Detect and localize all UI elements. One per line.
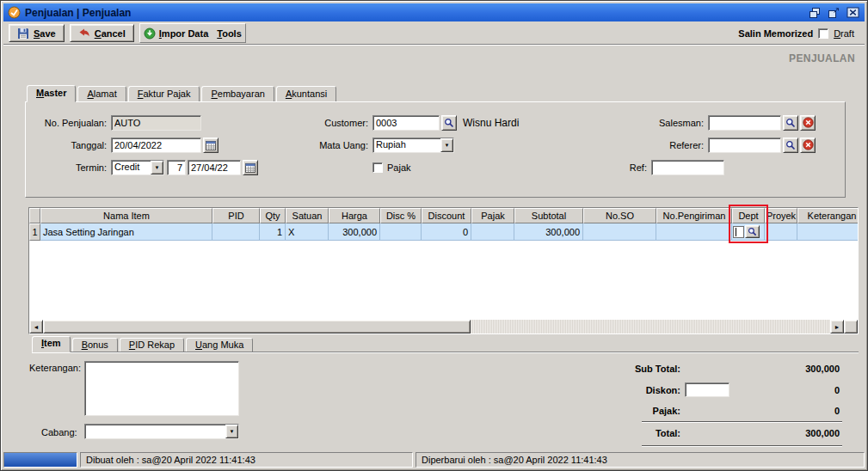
tools-button[interactable]: Tools <box>217 28 242 39</box>
col-header-satuan[interactable]: Satuan <box>286 208 329 223</box>
col-header-keterangan[interactable]: Keterangan <box>797 208 859 223</box>
cabang-select-value <box>85 425 225 438</box>
salin-memorized-button[interactable]: Salin Memorized <box>738 28 813 39</box>
cell-proyek[interactable] <box>765 223 797 241</box>
lower-tabstrip: Item Bonus PID Rekap Uang Muka <box>32 336 859 352</box>
mata-uang-label: Mata Uang: <box>311 140 368 150</box>
referer-field[interactable] <box>708 138 781 153</box>
cabang-label: Cabang: <box>41 427 77 437</box>
tab-faktur-pajak[interactable]: Faktur Pajak <box>128 86 200 101</box>
col-header-no-so[interactable]: No.SO <box>583 208 656 223</box>
termin-days-field[interactable] <box>167 160 186 175</box>
pajak-checkbox[interactable] <box>372 162 383 173</box>
text-caret <box>736 228 736 236</box>
pajak-total-label: Pajak: <box>594 406 680 416</box>
col-header-harga[interactable]: Harga <box>329 208 380 223</box>
cell-no-so[interactable] <box>583 223 656 241</box>
diskon-label: Diskon: <box>594 385 680 395</box>
magnifier-icon <box>785 118 796 128</box>
mata-uang-select[interactable]: Rupiah ▼ <box>372 138 454 153</box>
cell-qty[interactable]: 1 <box>260 223 286 241</box>
tanggal-field[interactable] <box>111 138 201 153</box>
customer-lookup-button[interactable] <box>441 115 457 131</box>
total-value: 300,000 <box>736 428 840 438</box>
dept-input[interactable] <box>733 226 744 238</box>
salesman-lookup-button[interactable] <box>783 115 798 131</box>
ref-label: Ref: <box>563 162 647 173</box>
cell-discount[interactable]: 0 <box>422 223 471 241</box>
tab-pid-rekap[interactable]: PID Rekap <box>120 338 184 352</box>
tab-akuntansi[interactable]: Akuntansi <box>276 86 336 101</box>
scrollbar-track[interactable] <box>471 320 830 333</box>
col-header-disc-pct[interactable]: Disc % <box>380 208 422 223</box>
cell-disc-pct[interactable] <box>380 223 422 241</box>
grid-empty-area[interactable] <box>29 241 858 320</box>
diskon-input[interactable] <box>685 382 729 397</box>
referer-lookup-button[interactable] <box>783 138 798 153</box>
cell-keterangan[interactable] <box>797 223 859 241</box>
col-header-qty[interactable]: Qty <box>260 208 286 223</box>
referer-clear-button[interactable] <box>800 138 816 153</box>
cell-subtotal[interactable]: 300,000 <box>514 223 583 241</box>
customer-name-text: Wisnu Hardi <box>463 117 519 129</box>
cell-pajak[interactable] <box>471 223 514 241</box>
toolbar-group: Impor Data Tools <box>139 23 246 43</box>
tab-bonus[interactable]: Bonus <box>72 338 118 352</box>
col-header-rownum[interactable] <box>29 208 40 223</box>
window-restore-icon[interactable] <box>807 6 822 19</box>
cell-dept[interactable] <box>732 223 765 241</box>
totals-separator <box>642 421 842 422</box>
scroll-left-icon[interactable]: ◄ <box>29 320 43 333</box>
termin-due-field[interactable] <box>188 160 241 175</box>
horizontal-scrollbar[interactable]: ◄ ► <box>29 320 858 333</box>
col-header-pid[interactable]: PID <box>212 208 260 223</box>
col-header-dept[interactable]: Dept <box>732 208 765 223</box>
window-close-icon[interactable] <box>845 6 860 19</box>
col-header-nama-item[interactable]: Nama Item <box>40 208 212 223</box>
col-header-no-pengiriman[interactable]: No.Pengiriman <box>656 208 732 223</box>
keterangan-textarea[interactable] <box>84 361 239 416</box>
ref-field[interactable] <box>651 160 724 175</box>
cell-harga[interactable]: 300,000 <box>329 223 380 241</box>
grid-header-row: Nama Item PID Qty Satuan Harga Disc % Di… <box>29 208 858 223</box>
save-button[interactable]: Save <box>9 24 65 42</box>
window-popout-icon[interactable] <box>826 6 841 19</box>
cell-no-pengiriman[interactable] <box>656 223 732 241</box>
chevron-down-icon: ▼ <box>440 138 453 152</box>
salesman-field[interactable] <box>708 115 781 131</box>
tab-item[interactable]: Item <box>32 336 71 352</box>
pajak-total-value: 0 <box>736 406 840 416</box>
no-penjualan-field[interactable] <box>111 115 201 131</box>
col-header-pajak[interactable]: Pajak <box>471 208 514 223</box>
cell-rownum[interactable]: 1 <box>29 223 40 241</box>
main-tabstrip: Master Alamat Faktur Pajak Pembayaran Ak… <box>27 84 338 101</box>
col-header-proyek[interactable]: Proyek <box>765 208 797 223</box>
dept-lookup-button[interactable] <box>745 225 760 238</box>
col-header-discount[interactable]: Discount <box>422 208 471 223</box>
cell-nama-item[interactable]: Jasa Setting Jaringan <box>40 223 212 241</box>
termin-select[interactable]: Credit ▼ <box>111 160 164 175</box>
termin-calendar-button[interactable] <box>243 160 258 175</box>
cabang-select[interactable]: ▼ <box>84 424 239 439</box>
tab-uang-muka[interactable]: Uang Muka <box>186 338 253 352</box>
tab-pembayaran[interactable]: Pembayaran <box>201 86 274 101</box>
scroll-right-icon[interactable]: ► <box>830 320 844 333</box>
impor-data-button[interactable]: Impor Data <box>144 28 208 40</box>
tab-master[interactable]: Master <box>27 85 76 102</box>
cell-satuan[interactable]: X <box>286 223 329 241</box>
table-row[interactable]: 1 Jasa Setting Jaringan 1 X 300,000 0 30… <box>29 223 858 241</box>
col-header-subtotal[interactable]: Subtotal <box>514 208 583 223</box>
cancel-button[interactable]: Cancel <box>70 24 134 42</box>
tanggal-calendar-button[interactable] <box>203 138 219 153</box>
customer-code-field[interactable] <box>372 115 440 131</box>
save-icon <box>17 28 29 40</box>
salesman-clear-button[interactable] <box>800 115 816 131</box>
pajak-checkbox-label: Pajak <box>387 162 411 173</box>
draft-checkbox[interactable] <box>818 28 828 39</box>
scrollbar-thumb[interactable] <box>43 320 471 333</box>
cell-pid[interactable] <box>212 223 260 241</box>
draft-label: Draft <box>834 28 854 39</box>
no-penjualan-label: No. Penjualan: <box>33 118 107 128</box>
tab-alamat[interactable]: Alamat <box>77 86 126 101</box>
total-label: Total: <box>594 428 680 438</box>
